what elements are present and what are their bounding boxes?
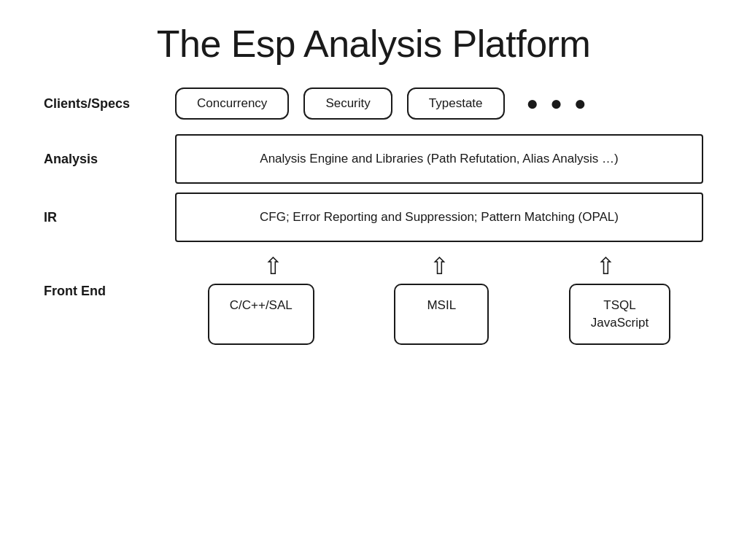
arrow-up-2: ⇧ [430, 254, 449, 278]
ir-label: IR [44, 210, 175, 225]
ir-row: IR CFG; Error Reporting and Suppression;… [44, 192, 703, 242]
ellipsis: ● ● ● [527, 92, 589, 115]
frontend-label: Front End [44, 254, 175, 299]
ir-content: CFG; Error Reporting and Suppression; Pa… [175, 192, 703, 242]
analysis-label: Analysis [44, 152, 175, 167]
security-box: Security [303, 88, 392, 120]
page-title: The Esp Analysis Platform [0, 0, 747, 88]
arrow-up-3: ⇧ [596, 254, 616, 278]
arrows-row: ⇧ ⇧ ⇧ [175, 254, 703, 278]
clients-row: Clients/Specs Concurrency Security Types… [44, 88, 703, 120]
tsql-box: TSQLJavaScript [569, 284, 670, 345]
ir-box: CFG; Error Reporting and Suppression; Pa… [175, 192, 703, 242]
arrow-up-1: ⇧ [263, 254, 283, 278]
frontend-boxes: C/C++/SAL MSIL TSQLJavaScript [175, 284, 703, 345]
clients-content: Concurrency Security Typestate ● ● ● [175, 88, 703, 120]
typestate-box: Typestate [407, 88, 505, 120]
clients-label: Clients/Specs [44, 96, 175, 112]
cpp-box: C/C++/SAL [208, 284, 314, 345]
frontend-section: ⇧ ⇧ ⇧ C/C++/SAL MSIL TSQLJavaScript [175, 254, 703, 345]
concurrency-box: Concurrency [175, 88, 289, 120]
diagram: Clients/Specs Concurrency Security Types… [0, 88, 747, 352]
msil-box: MSIL [394, 284, 489, 345]
analysis-content: Analysis Engine and Libraries (Path Refu… [175, 134, 703, 184]
analysis-box: Analysis Engine and Libraries (Path Refu… [175, 134, 703, 184]
frontend-row: Front End ⇧ ⇧ ⇧ C/C++/SAL MSIL TSQLJavaS… [44, 254, 703, 345]
analysis-row: Analysis Analysis Engine and Libraries (… [44, 134, 703, 184]
